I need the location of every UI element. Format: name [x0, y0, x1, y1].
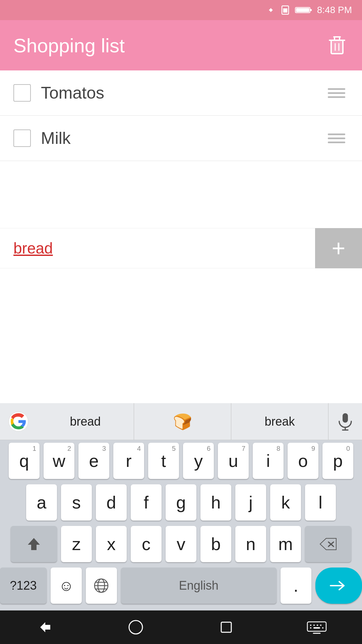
key-c[interactable]: c — [131, 526, 162, 562]
key-z[interactable]: z — [61, 526, 92, 562]
keyboard-toggle-button[interactable] — [303, 614, 330, 641]
item-checkbox-2[interactable] — [13, 129, 31, 147]
key-d[interactable]: d — [96, 484, 127, 521]
key-n[interactable]: n — [235, 526, 266, 562]
svg-rect-13 — [343, 413, 348, 423]
key-m[interactable]: m — [270, 526, 301, 562]
key-v[interactable]: v — [166, 526, 196, 562]
key-u[interactable]: 7u — [218, 443, 249, 479]
app-title: Shopping list — [13, 34, 125, 57]
back-icon — [37, 619, 54, 636]
google-search-icon[interactable] — [0, 403, 37, 440]
shift-key[interactable] — [11, 526, 57, 562]
keyboard: bread 🍞 break 1q 2w 3e 4r 5t 6y 7u — [0, 403, 362, 610]
key-row-1: 1q 2w 3e 4r 5t 6y 7u 8i 9o 0p — [0, 443, 362, 479]
bluetooth-icon — [266, 4, 276, 16]
svg-rect-5 — [331, 40, 343, 54]
key-o[interactable]: 9o — [288, 443, 318, 479]
key-q[interactable]: 1q — [9, 443, 40, 479]
delete-all-button[interactable] — [325, 34, 349, 57]
add-item-button[interactable]: + — [315, 228, 362, 268]
spacebar-label: English — [179, 580, 219, 592]
item-label-2: Milk — [41, 128, 314, 148]
recents-button[interactable] — [213, 614, 240, 641]
drag-handle-1[interactable] — [324, 85, 349, 101]
emoji-key[interactable]: ☺ — [51, 568, 82, 604]
list-item: Tomatos — [0, 70, 362, 116]
spacebar-key[interactable]: English — [121, 568, 277, 604]
list-item: Milk — [0, 116, 362, 161]
backspace-key[interactable] — [305, 526, 351, 562]
suggestion-break[interactable]: break — [231, 403, 328, 440]
key-j[interactable]: j — [235, 484, 266, 521]
suggestion-text-2: break — [264, 415, 295, 429]
svg-rect-4 — [296, 8, 309, 12]
suggestion-bread-emoji[interactable]: 🍞 — [134, 403, 231, 440]
key-b[interactable]: b — [200, 526, 231, 562]
numbers-key[interactable]: ?123 — [0, 568, 47, 604]
svg-rect-28 — [307, 622, 326, 631]
svg-marker-25 — [40, 622, 50, 632]
enter-icon — [329, 579, 348, 592]
home-icon — [127, 619, 144, 636]
suggestion-emoji-1: 🍞 — [173, 413, 192, 431]
drag-handle-2[interactable] — [324, 130, 349, 147]
battery-icon — [295, 5, 312, 15]
key-x[interactable]: x — [96, 526, 127, 562]
key-w[interactable]: 2w — [44, 443, 74, 479]
back-button[interactable] — [32, 614, 59, 641]
key-r[interactable]: 4r — [113, 443, 144, 479]
svg-marker-16 — [28, 538, 40, 550]
key-t[interactable]: 5t — [148, 443, 179, 479]
key-p[interactable]: 0p — [322, 443, 353, 479]
key-row-3: z x c v b n m — [0, 526, 362, 562]
shift-icon — [26, 537, 41, 551]
mic-icon — [338, 413, 353, 431]
key-i[interactable]: 8i — [253, 443, 284, 479]
key-s[interactable]: s — [61, 484, 92, 521]
key-k[interactable]: k — [270, 484, 301, 521]
status-bar: 8:48 PM — [0, 0, 362, 20]
key-e[interactable]: 3e — [78, 443, 109, 479]
key-l[interactable]: l — [305, 484, 336, 521]
globe-key[interactable] — [86, 568, 117, 604]
item-checkbox-1[interactable] — [13, 84, 31, 102]
key-h[interactable]: h — [200, 484, 231, 521]
suggestions-row: bread 🍞 break — [0, 403, 362, 440]
recents-icon — [218, 619, 235, 636]
action-key[interactable] — [315, 568, 362, 604]
key-a[interactable]: a — [26, 484, 57, 521]
svg-rect-3 — [310, 9, 312, 11]
suggestion-bread[interactable]: bread — [37, 403, 134, 440]
item-input[interactable] — [13, 239, 315, 257]
item-label-1: Tomatos — [41, 83, 314, 103]
plus-icon: + — [332, 236, 346, 260]
keyboard-icon — [307, 621, 327, 634]
key-f[interactable]: f — [131, 484, 162, 521]
svg-rect-1 — [283, 8, 287, 13]
key-g[interactable]: g — [166, 484, 196, 521]
input-area: + — [0, 228, 362, 268]
backspace-icon — [319, 538, 337, 550]
sim-icon — [280, 4, 290, 16]
period-key[interactable]: . — [281, 568, 311, 604]
trash-icon — [328, 35, 346, 56]
svg-point-26 — [129, 621, 142, 634]
key-y[interactable]: 6y — [183, 443, 214, 479]
home-button[interactable] — [122, 614, 149, 641]
svg-rect-27 — [221, 622, 231, 632]
shopping-list: Tomatos Milk — [0, 70, 362, 161]
app-header: Shopping list — [0, 20, 362, 70]
nav-bar — [0, 610, 362, 644]
key-row-4: ?123 ☺ English . — [0, 568, 362, 604]
keyboard-keys: 1q 2w 3e 4r 5t 6y 7u 8i 9o 0p a s d f g … — [0, 440, 362, 610]
suggestion-text-1: bread — [70, 415, 101, 429]
key-row-2: a s d f g h j k l — [0, 484, 362, 521]
status-icons: 8:48 PM — [266, 4, 352, 16]
status-time: 8:48 PM — [317, 5, 352, 15]
mic-button[interactable] — [328, 403, 362, 440]
globe-icon — [94, 578, 109, 593]
